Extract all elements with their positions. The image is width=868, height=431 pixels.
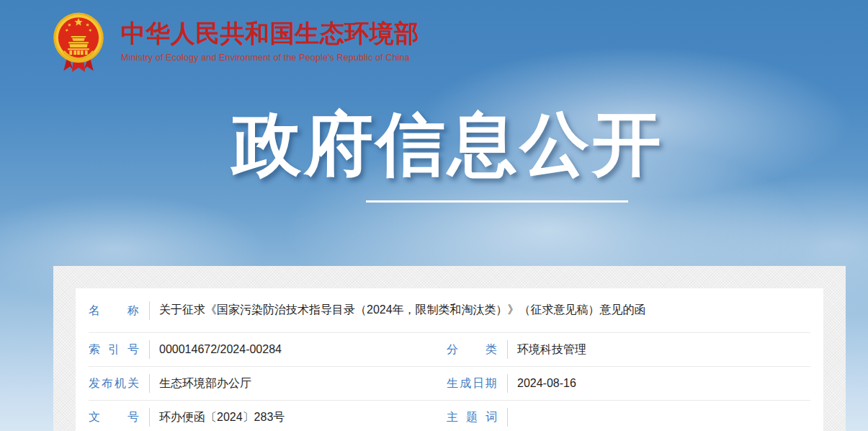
doc-no-value: 环办便函〔2024〕283号 [159,410,285,425]
vertical-divider [507,340,508,359]
index-no-label: 索引号 [89,342,139,356]
table-row-docno: 文号 环办便函〔2024〕283号 主题词 [76,401,823,431]
generated-date-label: 生成日期 [447,376,497,390]
doc-no-label: 文号 [89,410,139,424]
cell-index-no: 索引号 000014672/2024-00284 [76,340,447,359]
cell-subject-words: 主题词 [447,408,823,427]
china-national-emblem-icon [52,11,105,77]
vertical-divider [149,374,150,393]
cell-name: 名称 关于征求《国家污染防治技术指导目录（2024年，限制类和淘汰类）》（征求意… [76,301,823,320]
name-value: 关于征求《国家污染防治技术指导目录（2024年，限制类和淘汰类）》（征求意见稿）… [159,303,646,318]
ministry-name-zh: 中华人民共和国生态环境部 [121,21,419,47]
vertical-divider [507,374,508,393]
vertical-divider [149,301,150,320]
generated-date-value: 2024-08-16 [517,377,576,390]
cell-category: 分类 环境科技管理 [447,340,823,359]
category-label: 分类 [447,342,497,356]
vertical-divider [149,408,150,427]
cell-doc-no: 文号 环办便函〔2024〕283号 [76,408,447,427]
index-no-value: 000014672/2024-00284 [159,343,282,356]
vertical-divider [507,408,508,427]
title-underline-divider [366,200,628,203]
issuing-agency-label: 发布机关 [89,376,139,390]
cell-generated-date: 生成日期 2024-08-16 [447,374,823,393]
table-row-agency: 发布机关 生态环境部办公厅 生成日期 2024-08-16 [76,367,823,400]
site-titles: 中华人民共和国生态环境部 Ministry of Ecology and Env… [121,11,419,63]
cell-issuing-agency: 发布机关 生态环境部办公厅 [76,374,447,393]
table-row-name: 名称 关于征求《国家污染防治技术指导目录（2024年，限制类和淘汰类）》（征求意… [76,288,823,332]
site-logo[interactable]: 中华人民共和国生态环境部 Ministry of Ecology and Env… [52,11,419,77]
page-title: 政府信息公开 [232,108,664,181]
ministry-name-en: Ministry of Ecology and Environment of t… [121,53,419,63]
vertical-divider [149,340,150,359]
info-panel: 名称 关于征求《国家污染防治技术指导目录（2024年，限制类和淘汰类）》（征求意… [53,266,846,431]
name-label: 名称 [89,303,139,317]
page-background: 中华人民共和国生态环境部 Ministry of Ecology and Env… [0,0,868,431]
subject-words-label: 主题词 [447,410,497,424]
issuing-agency-value: 生态环境部办公厅 [159,376,251,391]
table-row-index: 索引号 000014672/2024-00284 分类 环境科技管理 [76,333,823,366]
document-info-card: 名称 关于征求《国家污染防治技术指导目录（2024年，限制类和淘汰类）》（征求意… [76,288,823,431]
category-value: 环境科技管理 [517,342,586,357]
